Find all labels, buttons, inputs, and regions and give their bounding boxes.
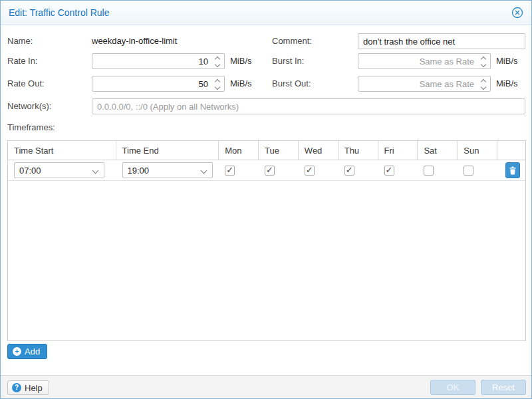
wed-checkbox[interactable] [305,166,315,176]
spin-down-icon[interactable] [212,84,224,91]
spin-up-icon[interactable] [212,76,224,84]
timeframes-label: Timeframes: [7,122,55,132]
help-button[interactable]: ? Help [7,380,49,395]
rate-in-spinner[interactable] [212,54,224,68]
burst-out-label: Burst Out: [272,78,311,88]
spin-down-icon[interactable] [212,61,224,68]
spin-up-icon[interactable] [478,76,490,84]
add-timeframe-button[interactable]: + Add [7,344,47,359]
burst-in-label: Burst In: [272,56,304,66]
thu-checkbox[interactable] [344,166,354,176]
column-header-time-end: Time End [116,141,219,160]
chevron-down-icon[interactable] [198,163,211,178]
column-header-fri: Fri [378,141,418,160]
rate-out-label: Rate Out: [7,78,45,88]
burst-in-input[interactable] [358,53,491,69]
timeframes-grid: Time Start Time End Mon Tue Wed Thu Fri … [7,140,526,341]
rate-out-spinner[interactable] [212,76,224,91]
edit-traffic-control-rule-dialog: Edit: Traffic Control Rule Name: weekday… [0,0,532,399]
column-header-tue: Tue [259,141,299,160]
column-header-actions [497,141,525,160]
spin-down-icon[interactable] [478,61,490,68]
add-button-label: Add [25,346,40,356]
sun-checkbox[interactable] [464,166,473,176]
column-header-mon: Mon [219,141,259,160]
spin-down-icon[interactable] [478,84,490,91]
chevron-down-icon[interactable] [90,163,103,178]
burst-in-spinner[interactable] [478,54,490,68]
column-header-wed: Wed [299,141,338,160]
column-header-sat: Sat [418,141,458,160]
delete-row-button[interactable] [505,162,520,178]
dialog-titlebar: Edit: Traffic Control Rule [1,1,531,25]
timeframe-row [8,160,525,181]
rate-in-label: Rate In: [7,56,38,66]
rate-out-unit: MiB/s [230,78,252,88]
spin-up-icon[interactable] [212,54,224,61]
column-header-time-start: Time Start [8,141,116,160]
comment-input[interactable] [358,33,525,49]
question-circle-icon: ? [12,383,21,392]
burst-in-unit: MiB/s [496,56,518,66]
help-button-label: Help [25,383,43,393]
mon-checkbox[interactable] [225,166,235,176]
trash-icon [509,166,517,175]
reset-button[interactable]: Reset [481,380,526,395]
ok-button[interactable]: OK [430,380,475,395]
dialog-footer: ? Help OK Reset [1,375,531,398]
burst-out-spinner[interactable] [478,76,490,91]
networks-label: Network(s): [7,101,51,111]
column-header-sun: Sun [458,141,497,160]
burst-out-input[interactable] [358,76,491,92]
column-header-thu: Thu [338,141,378,160]
rate-out-input[interactable] [92,76,225,92]
dialog-title: Edit: Traffic Control Rule [9,7,109,18]
comment-label: Comment: [272,36,312,46]
name-label: Name: [7,36,33,46]
name-value: weekday-in-office-limit [92,36,177,46]
burst-out-unit: MiB/s [496,78,518,88]
close-icon[interactable] [511,7,523,19]
sat-checkbox[interactable] [424,166,434,176]
rate-in-input[interactable] [92,53,225,69]
plus-circle-icon: + [13,347,21,356]
timeframes-grid-header: Time Start Time End Mon Tue Wed Thu Fri … [8,141,525,160]
networks-input[interactable] [92,98,525,114]
tue-checkbox[interactable] [265,166,275,176]
fri-checkbox[interactable] [384,166,394,176]
rate-in-unit: MiB/s [230,56,252,66]
spin-up-icon[interactable] [478,54,490,61]
